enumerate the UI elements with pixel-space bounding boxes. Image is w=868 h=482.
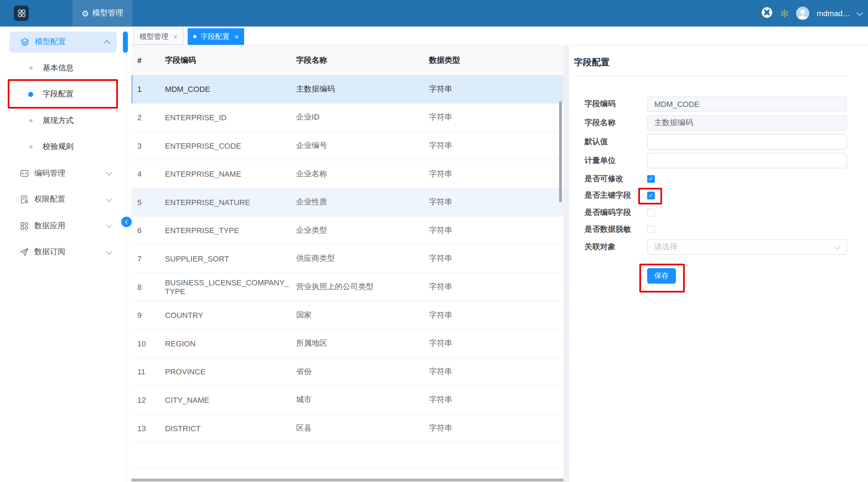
form-label: 关联对象 — [585, 242, 647, 252]
cell-type: 字符串 — [429, 225, 564, 235]
permission-icon — [20, 195, 29, 204]
cell-code: ENTERPRISE_CODE — [165, 141, 296, 150]
cell-name: 国家 — [296, 310, 429, 320]
bullet-icon — [29, 145, 32, 148]
cell-code: COUNTRY — [165, 311, 296, 320]
select-关联对象[interactable]: 请选择 — [647, 239, 847, 255]
cell-type: 字符串 — [429, 282, 564, 292]
form-row-是否可修改: 是否可修改✓ — [585, 174, 847, 184]
field-config-panel: 字段配置 字段编码MDM_CODE字段名称主数据编码默认值计量单位是否可修改✓是… — [569, 46, 868, 482]
sidebar-item-label: 基本信息 — [43, 63, 74, 73]
select-placeholder: 请选择 — [654, 242, 677, 252]
table-row[interactable]: 11PROVINCE省份字符串 — [131, 358, 564, 386]
form-row-默认值: 默认值 — [585, 134, 847, 149]
cell-type: 字符串 — [429, 395, 564, 405]
table-row[interactable]: 6ENTERPRISE_TYPE企业类型字符串 — [131, 217, 564, 245]
sidebar-group-数据订阅[interactable]: 数据订阅 — [0, 239, 126, 265]
cell-num: 2 — [131, 113, 165, 122]
table-row[interactable]: 9COUNTRY国家字符串 — [131, 301, 564, 330]
sidebar-section-模型配置[interactable]: 模型配置 — [9, 32, 117, 53]
cell-name: 营业执照上的公司类型 — [296, 282, 429, 292]
text-input-字段名称[interactable]: 主数据编码 — [647, 115, 847, 131]
column-header: 字段编码 — [165, 55, 296, 65]
sidebar-group-编码管理[interactable]: 编码管理 — [0, 160, 126, 186]
sidebar-group-权限配置[interactable]: 权限配置 — [0, 186, 126, 213]
cell-num: 7 — [131, 254, 165, 263]
tab-close-icon[interactable]: × — [234, 33, 239, 40]
form-row-是否主键字段: 是否主键字段✓ — [585, 191, 847, 201]
cell-code: ENTERPRISE_NATURE — [165, 198, 296, 206]
cell-num: 9 — [131, 311, 165, 320]
layers-icon — [20, 38, 29, 46]
sidebar-group-数据应用[interactable]: 数据应用 — [0, 213, 126, 239]
table-row[interactable]: 12CITY_NAME城市字符串 — [131, 386, 564, 415]
checkbox-是否可修改[interactable]: ✓ — [647, 175, 655, 183]
table-row[interactable]: 10REGION所属地区字符串 — [131, 330, 564, 358]
cell-type: 字符串 — [429, 169, 564, 179]
chevron-down-icon — [106, 169, 112, 176]
table-row[interactable]: 3ENTERPRISE_CODE企业编号字符串 — [131, 132, 564, 160]
table-row[interactable]: 13DISTRICT区县字符串 — [131, 414, 564, 443]
top-bar: ⚙ 模型管理 ✻ mdmad… — [0, 0, 868, 27]
tab-label: 模型管理 — [139, 32, 168, 41]
horizontal-scrollbar[interactable] — [131, 478, 564, 481]
table-row[interactable]: 7SUPPLIER_SORT供应商类型字符串 — [131, 245, 564, 273]
table-row[interactable]: 1MDM_CODE主数据编码字符串 — [131, 75, 564, 104]
cell-code: CITY_NAME — [165, 395, 296, 404]
save-button[interactable]: 保存 — [647, 268, 676, 284]
sidebar-group-label: 数据应用 — [34, 221, 107, 231]
tab-close-icon[interactable]: × — [173, 33, 178, 40]
vertical-scrollbar-thumb[interactable] — [559, 101, 562, 202]
table-header-row: #字段编码字段名称数据类型 — [131, 46, 564, 75]
app-logo-icon[interactable] — [14, 6, 29, 21]
sidebar-item-校验规则[interactable]: 校验规则 — [0, 134, 126, 160]
text-input-默认值[interactable] — [647, 134, 847, 149]
cell-type: 字符串 — [429, 141, 564, 150]
sidebar: 模型配置基本信息字段配置展现方式校验规则编码管理权限配置数据应用数据订阅 — [0, 27, 127, 482]
topnav-model-management[interactable]: ⚙ 模型管理 — [73, 0, 132, 27]
form-label: 默认值 — [585, 137, 647, 147]
table-row[interactable]: 8BUSINESS_LICENSE_COMPANY_TYPE营业执照上的公司类型… — [131, 273, 564, 301]
table-row[interactable]: 5ENTERPRISE_NATURE企业性质字符串 — [131, 188, 564, 217]
avatar[interactable] — [796, 7, 810, 20]
checkbox-是否编码字段[interactable] — [647, 209, 655, 217]
sidebar-group-label: 权限配置 — [34, 195, 107, 204]
table-row[interactable]: 4ENTERPRISE_NAME企业名称字符串 — [131, 160, 564, 189]
cell-code: DISTRICT — [165, 424, 296, 433]
cell-code: PROVINCE — [165, 367, 296, 376]
cell-num: 3 — [131, 141, 165, 150]
chevron-down-icon — [106, 222, 112, 228]
clover-logo-glyph — [16, 8, 27, 19]
text-input-字段编码[interactable]: MDM_CODE — [647, 96, 847, 112]
cell-code: BUSINESS_LICENSE_COMPANY_TYPE — [165, 278, 296, 296]
assistant-extension-icon[interactable]: ✻ — [780, 8, 789, 19]
chevron-down-icon[interactable] — [856, 9, 863, 16]
cell-type: 字符串 — [429, 339, 564, 348]
checkbox-是否主键字段[interactable]: ✓ — [647, 192, 655, 199]
cell-type: 字符串 — [429, 367, 564, 376]
cell-type: 字符串 — [429, 197, 564, 207]
cell-name: 区县 — [296, 423, 429, 433]
sidebar-item-字段配置[interactable]: 字段配置 — [0, 81, 126, 108]
bullet-icon — [29, 119, 32, 122]
cell-num: 6 — [131, 226, 165, 235]
tab-字段配置[interactable]: 字段配置× — [187, 28, 244, 45]
table-row[interactable]: 2ENTERPRISE_ID企业ID字符串 — [131, 104, 564, 132]
sidebar-item-label: 校验规则 — [43, 142, 74, 152]
help-icon[interactable] — [762, 6, 773, 20]
cell-name: 省份 — [296, 367, 429, 376]
cell-name: 企业编号 — [296, 141, 429, 150]
sidebar-collapse-button[interactable] — [121, 217, 132, 227]
checkbox-是否数据脱敏[interactable] — [647, 225, 655, 233]
cell-type: 字符串 — [429, 310, 564, 320]
tab-模型管理[interactable]: 模型管理× — [133, 28, 184, 45]
sidebar-item-label: 展现方式 — [43, 116, 74, 125]
sidebar-item-展现方式[interactable]: 展现方式 — [0, 108, 126, 134]
sidebar-active-indicator — [123, 32, 128, 53]
table-body: 1MDM_CODE主数据编码字符串2ENTERPRISE_ID企业ID字符串3E… — [131, 75, 564, 468]
cell-num: 13 — [131, 424, 165, 433]
sidebar-item-基本信息[interactable]: 基本信息 — [0, 55, 126, 81]
text-input-计量单位[interactable] — [647, 153, 847, 168]
cell-name: 主数据编码 — [296, 84, 429, 94]
cell-name: 企业性质 — [296, 197, 429, 207]
